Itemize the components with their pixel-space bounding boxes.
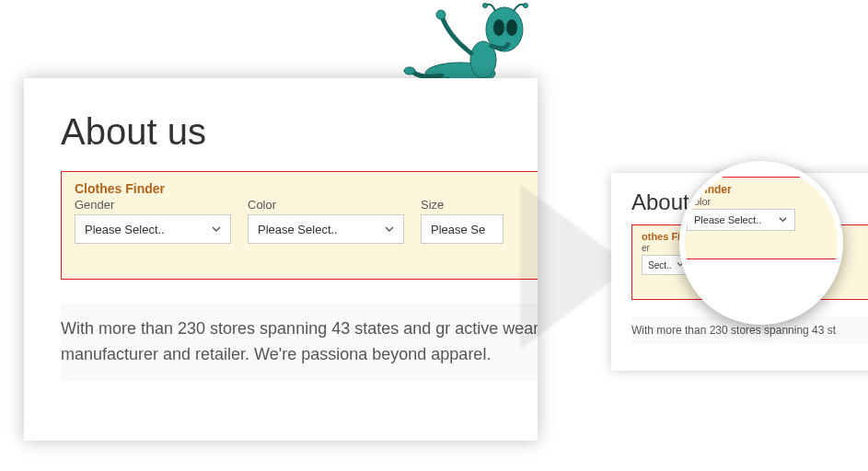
preview-select-gender-value: Sect.. — [648, 260, 672, 270]
magnifier-label-color: Color — [687, 196, 795, 207]
finder-row: Gender Please Select.. Color Please Sele… — [75, 198, 538, 244]
finder-title: Clothes Finder — [75, 181, 538, 196]
svg-point-3 — [493, 19, 504, 36]
main-card: About us Clothes Finder Gender Please Se… — [24, 78, 538, 441]
select-gender-value: Please Select.. — [85, 223, 165, 236]
select-size-value: Please Se — [431, 223, 485, 236]
page-title: About us — [61, 111, 538, 153]
label-gender: Gender — [75, 198, 231, 212]
clothes-finder-box: Clothes Finder Gender Please Select.. Co… — [61, 171, 538, 280]
chevron-down-icon — [779, 215, 788, 224]
finder-field-gender: Gender Please Select.. — [75, 198, 231, 244]
svg-point-8 — [404, 67, 415, 75]
alien-mascot — [396, 0, 543, 87]
svg-point-7 — [436, 10, 446, 19]
chevron-down-icon — [385, 224, 394, 234]
select-color[interactable]: Please Select.. — [248, 214, 404, 244]
select-color-value: Please Select.. — [258, 223, 338, 236]
label-color: Color — [248, 198, 404, 212]
body-text-block: With more than 230 stores spanning 43 st… — [61, 304, 538, 381]
finder-field-size: Size Please Se — [421, 198, 503, 244]
magnifier-finder-title: thes Finder — [679, 183, 843, 196]
svg-point-5 — [483, 4, 488, 8]
chevron-down-icon — [212, 224, 221, 234]
magnifier-field-color: Color Please Select.. — [687, 196, 795, 231]
svg-point-4 — [506, 19, 517, 36]
label-size: Size — [421, 198, 503, 212]
svg-point-6 — [524, 4, 528, 8]
magnifier-title: About us — [689, 161, 843, 169]
magnifier-select-color-value: Please Select.. — [694, 214, 761, 225]
magnifier-finder-box: thes Finder ect.. Color Please Select.. — [679, 177, 843, 259]
magnifier-select-color[interactable]: Please Select.. — [687, 209, 795, 231]
magnifier-lens: About us thes Finder ect.. Color Please … — [679, 161, 843, 325]
body-text: With more than 230 stores spanning 43 st… — [61, 316, 538, 368]
select-size[interactable]: Please Se — [421, 214, 503, 244]
finder-field-color: Color Please Select.. — [248, 198, 404, 244]
select-gender[interactable]: Please Select.. — [75, 214, 231, 244]
